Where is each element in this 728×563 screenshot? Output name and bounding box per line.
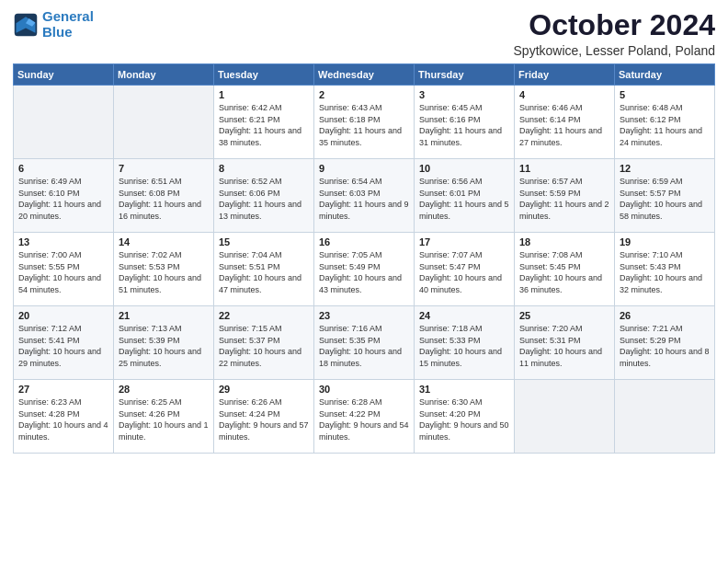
cell-info: Sunrise: 6:42 AMSunset: 6:21 PMDaylight:… [219, 103, 301, 147]
cell-day-number: 2 [319, 89, 409, 100]
cell-day-number: 21 [119, 310, 209, 321]
cell-day-number: 22 [219, 310, 309, 321]
cell-day-number: 10 [419, 163, 509, 174]
calendar-cell: 3 Sunrise: 6:45 AMSunset: 6:16 PMDayligh… [415, 86, 515, 159]
calendar-cell: 4 Sunrise: 6:46 AMSunset: 6:14 PMDayligh… [515, 86, 615, 159]
calendar-cell: 1 Sunrise: 6:42 AMSunset: 6:21 PMDayligh… [214, 86, 314, 159]
cell-day-number: 23 [319, 310, 409, 321]
calendar-cell: 30 Sunrise: 6:28 AMSunset: 4:22 PMDaylig… [314, 380, 415, 454]
calendar-cell: 11 Sunrise: 6:57 AMSunset: 5:59 PMDaylig… [515, 159, 615, 233]
calendar-cell: 26 Sunrise: 7:21 AMSunset: 5:29 PMDaylig… [615, 306, 715, 380]
cell-info: Sunrise: 6:52 AMSunset: 6:06 PMDaylight:… [219, 177, 301, 221]
cell-info: Sunrise: 6:43 AMSunset: 6:18 PMDaylight:… [319, 103, 402, 147]
calendar-cell: 12 Sunrise: 6:59 AMSunset: 5:57 PMDaylig… [615, 159, 715, 233]
week-row-1: 1 Sunrise: 6:42 AMSunset: 6:21 PMDayligh… [14, 86, 715, 159]
cell-day-number: 26 [620, 310, 710, 321]
cell-info: Sunrise: 6:26 AMSunset: 4:24 PMDaylight:… [219, 397, 309, 442]
cell-day-number: 31 [419, 384, 509, 395]
cell-info: Sunrise: 7:18 AMSunset: 5:33 PMDaylight:… [419, 324, 502, 368]
cell-info: Sunrise: 7:02 AMSunset: 5:53 PMDaylight:… [119, 250, 201, 294]
cell-day-number: 18 [519, 236, 609, 247]
page: General Blue October 2024 Spytkowice, Le… [0, 0, 728, 563]
calendar-cell: 23 Sunrise: 7:16 AMSunset: 5:35 PMDaylig… [314, 306, 415, 380]
cell-day-number: 17 [419, 236, 509, 247]
calendar-cell: 10 Sunrise: 6:56 AMSunset: 6:01 PMDaylig… [415, 159, 515, 233]
logo-icon [13, 12, 39, 38]
cell-info: Sunrise: 6:25 AMSunset: 4:26 PMDaylight:… [119, 397, 209, 442]
cell-info: Sunrise: 7:04 AMSunset: 5:51 PMDaylight:… [219, 250, 301, 294]
header-cell-sunday: Sunday [14, 64, 114, 86]
header-cell-friday: Friday [515, 64, 615, 86]
cell-day-number: 7 [119, 163, 209, 174]
calendar-cell: 21 Sunrise: 7:13 AMSunset: 5:39 PMDaylig… [114, 306, 214, 380]
calendar-cell: 2 Sunrise: 6:43 AMSunset: 6:18 PMDayligh… [314, 86, 415, 159]
calendar-cell [114, 86, 214, 159]
cell-info: Sunrise: 7:05 AMSunset: 5:49 PMDaylight:… [319, 250, 402, 294]
calendar-cell: 20 Sunrise: 7:12 AMSunset: 5:41 PMDaylig… [14, 306, 114, 380]
cell-info: Sunrise: 6:48 AMSunset: 6:12 PMDaylight:… [620, 103, 702, 147]
cell-day-number: 15 [219, 236, 309, 247]
calendar-cell: 15 Sunrise: 7:04 AMSunset: 5:51 PMDaylig… [214, 233, 314, 306]
cell-day-number: 28 [119, 384, 209, 395]
cell-day-number: 12 [620, 163, 710, 174]
cell-day-number: 25 [519, 310, 609, 321]
calendar-cell: 16 Sunrise: 7:05 AMSunset: 5:49 PMDaylig… [314, 233, 415, 306]
cell-day-number: 9 [319, 163, 409, 174]
logo-text: General Blue [42, 9, 94, 40]
cell-day-number: 4 [519, 89, 609, 100]
header-cell-tuesday: Tuesday [214, 64, 314, 86]
week-row-3: 13 Sunrise: 7:00 AMSunset: 5:55 PMDaylig… [14, 233, 715, 306]
header-cell-saturday: Saturday [615, 64, 715, 86]
cell-info: Sunrise: 7:21 AMSunset: 5:29 PMDaylight:… [620, 324, 710, 368]
cell-day-number: 1 [219, 89, 309, 100]
cell-info: Sunrise: 6:46 AMSunset: 6:14 PMDaylight:… [519, 103, 602, 147]
cell-info: Sunrise: 7:00 AMSunset: 5:55 PMDaylight:… [18, 250, 101, 294]
cell-day-number: 3 [419, 89, 509, 100]
calendar-cell: 28 Sunrise: 6:25 AMSunset: 4:26 PMDaylig… [114, 380, 214, 454]
cell-day-number: 11 [519, 163, 609, 174]
calendar-cell: 29 Sunrise: 6:26 AMSunset: 4:24 PMDaylig… [214, 380, 314, 454]
week-row-2: 6 Sunrise: 6:49 AMSunset: 6:10 PMDayligh… [14, 159, 715, 233]
header-row: SundayMondayTuesdayWednesdayThursdayFrid… [14, 64, 715, 86]
cell-day-number: 29 [219, 384, 309, 395]
header: General Blue October 2024 Spytkowice, Le… [13, 9, 715, 58]
calendar-cell: 18 Sunrise: 7:08 AMSunset: 5:45 PMDaylig… [515, 233, 615, 306]
cell-info: Sunrise: 6:45 AMSunset: 6:16 PMDaylight:… [419, 103, 502, 147]
cell-info: Sunrise: 6:51 AMSunset: 6:08 PMDaylight:… [119, 177, 201, 221]
cell-day-number: 16 [319, 236, 409, 247]
cell-info: Sunrise: 7:07 AMSunset: 5:47 PMDaylight:… [419, 250, 502, 294]
title-block: October 2024 Spytkowice, Lesser Poland, … [514, 9, 715, 58]
cell-day-number: 8 [219, 163, 309, 174]
calendar-title: October 2024 [514, 9, 715, 41]
cell-day-number: 13 [18, 236, 108, 247]
week-row-4: 20 Sunrise: 7:12 AMSunset: 5:41 PMDaylig… [14, 306, 715, 380]
calendar-cell: 31 Sunrise: 6:30 AMSunset: 4:20 PMDaylig… [415, 380, 515, 454]
calendar-cell: 7 Sunrise: 6:51 AMSunset: 6:08 PMDayligh… [114, 159, 214, 233]
cell-info: Sunrise: 7:08 AMSunset: 5:45 PMDaylight:… [519, 250, 602, 294]
calendar-cell: 19 Sunrise: 7:10 AMSunset: 5:43 PMDaylig… [615, 233, 715, 306]
cell-info: Sunrise: 6:23 AMSunset: 4:28 PMDaylight:… [18, 397, 108, 442]
calendar-cell: 17 Sunrise: 7:07 AMSunset: 5:47 PMDaylig… [415, 233, 515, 306]
cell-info: Sunrise: 7:20 AMSunset: 5:31 PMDaylight:… [519, 324, 602, 368]
calendar-cell: 9 Sunrise: 6:54 AMSunset: 6:03 PMDayligh… [314, 159, 415, 233]
calendar-cell [14, 86, 114, 159]
week-row-5: 27 Sunrise: 6:23 AMSunset: 4:28 PMDaylig… [14, 380, 715, 454]
cell-day-number: 19 [620, 236, 710, 247]
cell-info: Sunrise: 6:59 AMSunset: 5:57 PMDaylight:… [620, 177, 702, 221]
calendar-cell: 27 Sunrise: 6:23 AMSunset: 4:28 PMDaylig… [14, 380, 114, 454]
calendar-table: SundayMondayTuesdayWednesdayThursdayFrid… [13, 63, 715, 454]
cell-info: Sunrise: 6:30 AMSunset: 4:20 PMDaylight:… [419, 397, 509, 442]
calendar-cell: 6 Sunrise: 6:49 AMSunset: 6:10 PMDayligh… [14, 159, 114, 233]
cell-day-number: 6 [18, 163, 108, 174]
cell-day-number: 27 [18, 384, 108, 395]
calendar-cell: 5 Sunrise: 6:48 AMSunset: 6:12 PMDayligh… [615, 86, 715, 159]
header-cell-thursday: Thursday [415, 64, 515, 86]
logo: General Blue [13, 9, 94, 40]
calendar-cell [615, 380, 715, 454]
calendar-cell: 24 Sunrise: 7:18 AMSunset: 5:33 PMDaylig… [415, 306, 515, 380]
cell-info: Sunrise: 6:54 AMSunset: 6:03 PMDaylight:… [319, 177, 409, 221]
cell-info: Sunrise: 7:13 AMSunset: 5:39 PMDaylight:… [119, 324, 201, 368]
cell-day-number: 30 [319, 384, 409, 395]
calendar-cell: 22 Sunrise: 7:15 AMSunset: 5:37 PMDaylig… [214, 306, 314, 380]
calendar-cell: 8 Sunrise: 6:52 AMSunset: 6:06 PMDayligh… [214, 159, 314, 233]
